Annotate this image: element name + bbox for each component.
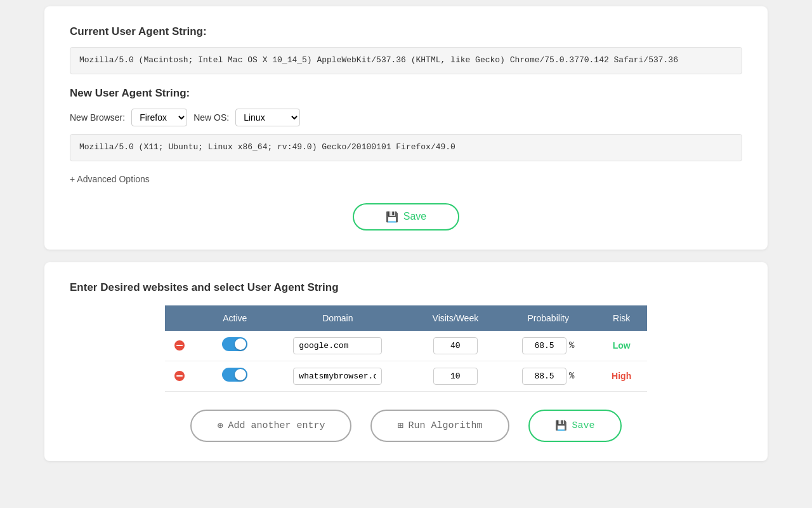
run-algorithm-label: Run Algorithm <box>409 420 483 431</box>
domain-input-2[interactable] <box>293 368 382 385</box>
table-row: % Low <box>165 331 647 361</box>
section2-title: Enter Desired websites and select User A… <box>70 281 742 294</box>
remove-row-2[interactable] <box>174 370 185 382</box>
save-icon-1: 💾 <box>386 211 398 223</box>
table-row: % High <box>165 361 647 391</box>
col-active: Active <box>205 305 265 331</box>
domain-input-1[interactable] <box>293 337 382 354</box>
save-icon-2: 💾 <box>555 420 567 432</box>
add-entry-label: Add another entry <box>228 420 325 431</box>
percent-sign-1: % <box>569 340 574 351</box>
visits-input-2[interactable] <box>433 368 478 385</box>
svg-rect-3 <box>176 375 183 377</box>
save-label-1: Save <box>403 211 426 222</box>
col-probability: Probability <box>501 305 596 331</box>
visits-input-1[interactable] <box>433 337 478 354</box>
remove-row-1[interactable] <box>174 340 185 351</box>
active-toggle-2[interactable] <box>222 368 247 382</box>
save-label-2: Save <box>572 420 595 431</box>
risk-value-2: High <box>612 371 631 381</box>
risk-value-1: Low <box>613 340 631 351</box>
websites-table: Active Domain Visits/Week Probability Ri… <box>165 305 647 392</box>
advanced-options-toggle[interactable]: + Advanced Options <box>70 174 742 184</box>
save-button-1[interactable]: 💾 Save <box>353 203 459 231</box>
active-toggle-1[interactable] <box>222 337 247 351</box>
col-remove <box>165 305 205 331</box>
save-button-2[interactable]: 💾 Save <box>528 410 622 442</box>
current-ua-display: Mozilla/5.0 (Macintosh; Intel Mac OS X 1… <box>70 47 742 74</box>
probability-input-2[interactable] <box>522 368 566 385</box>
percent-sign-2: % <box>569 371 574 381</box>
new-ua-title: New User Agent String: <box>70 87 742 100</box>
os-select[interactable]: Linux Windows Mac OS X Android iOS <box>235 109 300 126</box>
new-ua-display: Mozilla/5.0 (X11; Ubuntu; Linux x86_64; … <box>70 134 742 161</box>
os-label: New OS: <box>193 112 229 123</box>
col-visits: Visits/Week <box>410 305 501 331</box>
col-domain: Domain <box>265 305 410 331</box>
browser-label: New Browser: <box>70 112 125 123</box>
col-risk: Risk <box>596 305 647 331</box>
browser-select[interactable]: Firefox Chrome Safari Edge IE <box>131 109 187 126</box>
svg-rect-1 <box>176 345 183 346</box>
probability-input-1[interactable] <box>522 337 566 354</box>
run-algorithm-button[interactable]: ⊞ Run Algorithm <box>370 410 509 442</box>
add-entry-button[interactable]: ⊕ Add another entry <box>190 410 351 442</box>
current-ua-title: Current User Agent String: <box>70 25 742 38</box>
run-icon: ⊞ <box>397 420 403 432</box>
advanced-options-label: + Advanced Options <box>70 174 150 184</box>
add-icon: ⊕ <box>217 420 223 432</box>
